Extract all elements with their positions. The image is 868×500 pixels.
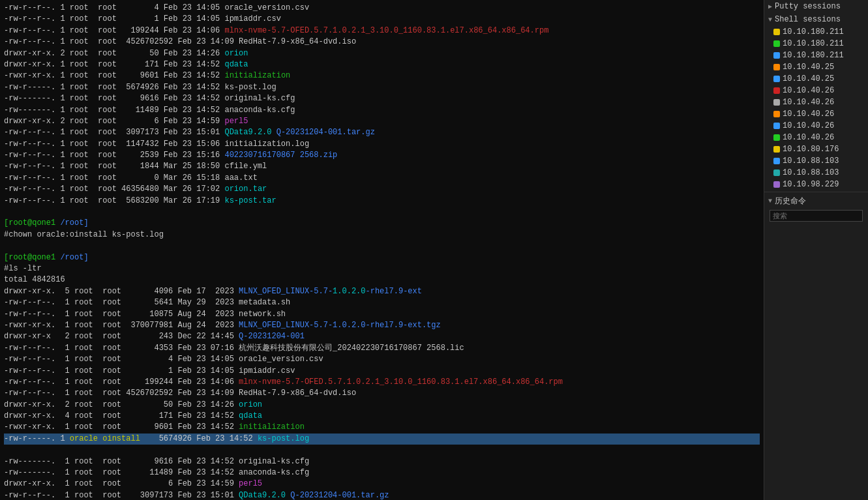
session-dot-10	[773, 134, 780, 141]
session-label-8: 10.10.40.26	[783, 110, 834, 119]
session-label-4: 10.10.40.25	[783, 63, 834, 72]
history-search-input[interactable]	[770, 210, 863, 222]
sidebar-divider	[764, 192, 868, 192]
history-arrow: ▼	[768, 198, 772, 205]
putty-sessions-section[interactable]: ▶ Putty sessions	[764, 0, 868, 13]
session-dot-12	[773, 158, 780, 164]
session-label-5: 10.10.40.25	[783, 74, 834, 83]
shell-sessions-section[interactable]: ▼ Shell sessions	[764, 13, 868, 26]
session-dot-5	[773, 76, 780, 82]
session-label-9: 10.10.40.26	[783, 121, 834, 130]
session-dot-11	[773, 146, 780, 153]
session-label-2: 10.10.180.211	[783, 39, 844, 48]
session-item-7[interactable]: 10.10.40.26	[764, 96, 868, 108]
session-item-11[interactable]: 10.10.80.176	[764, 143, 868, 155]
session-label-3: 10.10.180.211	[783, 51, 844, 60]
session-dot-1	[773, 29, 780, 35]
putty-sessions-arrow: ▶	[768, 3, 772, 10]
history-label: 历史命令	[775, 196, 806, 207]
session-dot-3	[773, 52, 780, 59]
session-dot-13	[773, 169, 780, 176]
session-dot-6	[773, 87, 780, 94]
session-item-14[interactable]: 10.10.98.229	[764, 179, 868, 190]
session-item-10[interactable]: 10.10.40.26	[764, 132, 868, 143]
session-item-6[interactable]: 10.10.40.26	[764, 85, 868, 96]
session-label-1: 10.10.180.211	[783, 27, 844, 37]
session-item-3[interactable]: 10.10.180.211	[764, 50, 868, 61]
session-item-12[interactable]: 10.10.88.103	[764, 155, 868, 167]
session-dot-8	[773, 111, 780, 117]
sidebar: ▶ Putty sessions ▼ Shell sessions 10.10.…	[764, 0, 868, 500]
session-dot-2	[773, 40, 780, 47]
session-dot-9	[773, 123, 780, 129]
terminal-output[interactable]: -rw-r--r--. 1 root root 4 Feb 23 14:05 o…	[0, 0, 764, 500]
session-label-11: 10.10.80.176	[783, 145, 839, 154]
session-item-4[interactable]: 10.10.40.25	[764, 61, 868, 73]
session-item-2[interactable]: 10.10.180.211	[764, 38, 868, 50]
history-section[interactable]: ▼ 历史命令	[764, 194, 868, 209]
session-label-12: 10.10.88.103	[783, 156, 839, 166]
shell-sessions-label: Shell sessions	[775, 15, 841, 24]
putty-sessions-label: Putty sessions	[775, 2, 841, 11]
session-dot-7	[773, 99, 780, 106]
session-item-13[interactable]: 10.10.88.103	[764, 167, 868, 179]
shell-sessions-arrow: ▼	[768, 16, 772, 23]
session-item-9[interactable]: 10.10.40.26	[764, 120, 868, 132]
session-item-8[interactable]: 10.10.40.26	[764, 108, 868, 120]
session-label-13: 10.10.88.103	[783, 168, 839, 177]
session-dot-14	[773, 181, 780, 188]
session-label-7: 10.10.40.26	[783, 98, 834, 107]
session-item-1[interactable]: 10.10.180.211	[764, 26, 868, 38]
session-label-6: 10.10.40.26	[783, 86, 834, 95]
session-label-14: 10.10.98.229	[783, 180, 839, 189]
session-item-5[interactable]: 10.10.40.25	[764, 73, 868, 85]
session-dot-4	[773, 64, 780, 70]
session-label-10: 10.10.40.26	[783, 133, 834, 142]
